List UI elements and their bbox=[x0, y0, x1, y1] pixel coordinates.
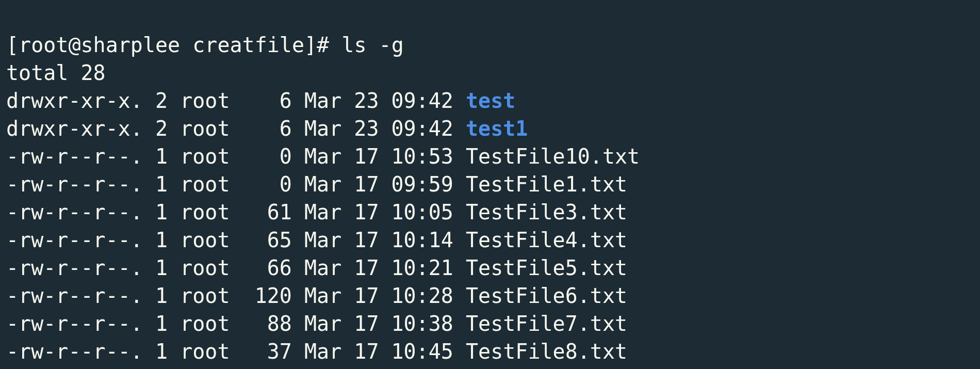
total-line: total 28 bbox=[6, 61, 106, 85]
size: 66 bbox=[242, 254, 292, 282]
list-item: -rw-r--r--.1root37 Mar1710:45TestFile8.t… bbox=[6, 340, 627, 363]
time: 10:05 bbox=[391, 198, 466, 226]
file-name: TestFile6.txt bbox=[466, 284, 627, 308]
month: Mar bbox=[304, 338, 354, 365]
list-item: drwxr-xr-x.2root6 Mar2309:42test1 bbox=[6, 117, 528, 140]
file-name: TestFile7.txt bbox=[466, 312, 627, 335]
day: 17 bbox=[354, 310, 391, 338]
group: root bbox=[180, 170, 242, 198]
list-item: drwxr-xr-x.2root6 Mar2309:42test bbox=[6, 89, 515, 113]
size: 65 bbox=[242, 226, 292, 254]
month: Mar bbox=[304, 310, 354, 338]
group: root bbox=[180, 254, 242, 282]
size: 61 bbox=[242, 198, 292, 226]
day: 17 bbox=[354, 338, 391, 365]
month: Mar bbox=[304, 226, 354, 254]
day: 23 bbox=[354, 87, 391, 115]
link-count: 2 bbox=[155, 115, 180, 142]
prompt-host: sharplee bbox=[81, 33, 181, 57]
prompt-cwd: creatfile bbox=[192, 33, 304, 57]
group: root bbox=[180, 282, 242, 310]
time: 10:14 bbox=[391, 226, 466, 254]
size: 6 bbox=[242, 87, 292, 115]
link-count: 1 bbox=[155, 226, 180, 254]
file-name: TestFile10.txt bbox=[466, 145, 640, 168]
time: 10:21 bbox=[391, 254, 466, 282]
day: 17 bbox=[354, 254, 391, 282]
permissions: -rw-r--r--. bbox=[6, 170, 155, 198]
time: 09:59 bbox=[391, 170, 466, 198]
time: 10:38 bbox=[391, 310, 466, 338]
permissions: -rw-r--r--. bbox=[6, 198, 155, 226]
permissions: drwxr-xr-x. bbox=[6, 87, 155, 115]
day: 17 bbox=[354, 198, 391, 226]
permissions: -rw-r--r--. bbox=[6, 338, 155, 365]
link-count: 2 bbox=[155, 87, 180, 115]
prompt-line: [root@sharplee creatfile]# ls -g bbox=[6, 33, 404, 57]
time: 09:42 bbox=[391, 115, 466, 142]
terminal-output[interactable]: [root@sharplee creatfile]# ls -g total 2… bbox=[0, 0, 980, 365]
permissions: -rw-r--r--. bbox=[6, 282, 155, 310]
month: Mar bbox=[304, 254, 354, 282]
time: 09:42 bbox=[391, 87, 466, 115]
group: root bbox=[180, 142, 242, 170]
file-name: TestFile4.txt bbox=[466, 228, 627, 252]
link-count: 1 bbox=[155, 310, 180, 338]
list-item: -rw-r--r--.1root65 Mar1710:14TestFile4.t… bbox=[6, 228, 627, 252]
permissions: -rw-r--r--. bbox=[6, 310, 155, 338]
time: 10:53 bbox=[391, 142, 466, 170]
permissions: -rw-r--r--. bbox=[6, 226, 155, 254]
size: 37 bbox=[242, 338, 292, 365]
prompt-symbol: # bbox=[317, 33, 329, 57]
file-name: TestFile5.txt bbox=[466, 256, 627, 280]
prompt-user: root bbox=[19, 33, 68, 57]
listing: drwxr-xr-x.2root6 Mar2309:42test drwxr-x… bbox=[6, 87, 980, 365]
list-item: -rw-r--r--.1root61 Mar1710:05TestFile3.t… bbox=[6, 200, 627, 224]
list-item: -rw-r--r--.1root66 Mar1710:21TestFile5.t… bbox=[6, 256, 627, 280]
time: 10:45 bbox=[391, 338, 466, 365]
list-item: -rw-r--r--.1root120 Mar1710:28TestFile6.… bbox=[6, 284, 627, 308]
prompt-command: ls -g bbox=[341, 33, 403, 57]
link-count: 1 bbox=[155, 338, 180, 365]
group: root bbox=[180, 87, 242, 115]
month: Mar bbox=[304, 170, 354, 198]
link-count: 1 bbox=[155, 170, 180, 198]
month: Mar bbox=[304, 115, 354, 142]
file-name: TestFile8.txt bbox=[466, 340, 627, 363]
day: 17 bbox=[354, 282, 391, 310]
list-item: -rw-r--r--.1root0 Mar1709:59TestFile1.tx… bbox=[6, 172, 627, 196]
month: Mar bbox=[304, 87, 354, 115]
total-count: 28 bbox=[81, 61, 106, 85]
file-name: test bbox=[466, 89, 515, 113]
day: 23 bbox=[354, 115, 391, 142]
size: 0 bbox=[242, 142, 292, 170]
group: root bbox=[180, 226, 242, 254]
link-count: 1 bbox=[155, 282, 180, 310]
group: root bbox=[180, 310, 242, 338]
month: Mar bbox=[304, 142, 354, 170]
group: root bbox=[180, 198, 242, 226]
day: 17 bbox=[354, 142, 391, 170]
month: Mar bbox=[304, 282, 354, 310]
group: root bbox=[180, 338, 242, 365]
day: 17 bbox=[354, 226, 391, 254]
size: 6 bbox=[242, 115, 292, 142]
day: 17 bbox=[354, 170, 391, 198]
link-count: 1 bbox=[155, 198, 180, 226]
file-name: test1 bbox=[466, 117, 528, 140]
size: 120 bbox=[242, 282, 292, 310]
list-item: -rw-r--r--.1root88 Mar1710:38TestFile7.t… bbox=[6, 312, 627, 335]
link-count: 1 bbox=[155, 142, 180, 170]
permissions: -rw-r--r--. bbox=[6, 254, 155, 282]
list-item: -rw-r--r--.1root0 Mar1710:53TestFile10.t… bbox=[6, 145, 640, 168]
size: 0 bbox=[242, 170, 292, 198]
file-name: TestFile1.txt bbox=[466, 172, 627, 196]
size: 88 bbox=[242, 310, 292, 338]
time: 10:28 bbox=[391, 282, 466, 310]
file-name: TestFile3.txt bbox=[466, 200, 627, 224]
month: Mar bbox=[304, 198, 354, 226]
permissions: -rw-r--r--. bbox=[6, 142, 155, 170]
group: root bbox=[180, 115, 242, 142]
link-count: 1 bbox=[155, 254, 180, 282]
total-label: total bbox=[6, 61, 68, 85]
